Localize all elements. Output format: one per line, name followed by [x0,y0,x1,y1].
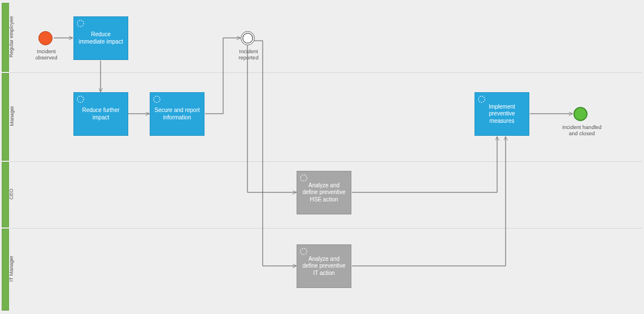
task-label: Reduce immediate impact [77,31,124,45]
lane-divider [9,72,642,73]
task-implement-preventive-measures[interactable]: Implement preventive measures [475,92,529,136]
subprocess-icon [76,19,85,28]
task-label: Analyze and define preventive HSE action [301,182,347,204]
task-label: Implement preventive measures [478,104,525,125]
task-secure-report-information[interactable]: Secure and report information [150,92,204,136]
intermediate-event-incident-reported[interactable] [241,31,255,45]
lane-bar-manager [2,73,9,161]
end-event-incident-handled[interactable] [573,107,588,121]
end-event-label: Incident handled and closed [559,124,604,137]
svg-point-8 [301,248,307,255]
task-label: Reduce further impact [77,107,124,121]
lane-label-manager: Manager [9,96,15,136]
start-event-label: Incident observed [29,48,63,61]
task-reduce-further-impact[interactable]: Reduce further impact [73,92,128,136]
start-event-incident-observed[interactable] [38,31,53,45]
subprocess-icon [299,174,308,182]
task-label: Analyze and define preventive IT action [301,256,347,277]
lane-label-ceo: CEO [8,180,14,208]
svg-point-4 [77,20,84,27]
subprocess-icon [477,95,486,104]
svg-point-5 [77,96,84,102]
task-reduce-immediate-impact[interactable]: Reduce immediate impact [73,16,128,60]
task-label: Secure and report information [154,107,201,121]
task-analyze-it-action[interactable]: Analyze and define preventive IT action [297,244,351,288]
subprocess-icon [299,247,308,256]
intermediate-event-label: Incident reported [232,48,266,61]
lane-label-regular-employee: Regular employee [8,6,14,68]
svg-point-7 [301,175,307,181]
svg-point-6 [154,96,160,102]
lane-divider [9,161,642,162]
svg-point-9 [478,96,485,102]
subprocess-icon [76,95,85,104]
task-analyze-hse-action[interactable]: Analyze and define preventive HSE action [297,171,351,214]
subprocess-icon [153,95,161,104]
lane-label-it-manager: IT Manager [8,246,14,291]
lane-divider [9,228,642,229]
